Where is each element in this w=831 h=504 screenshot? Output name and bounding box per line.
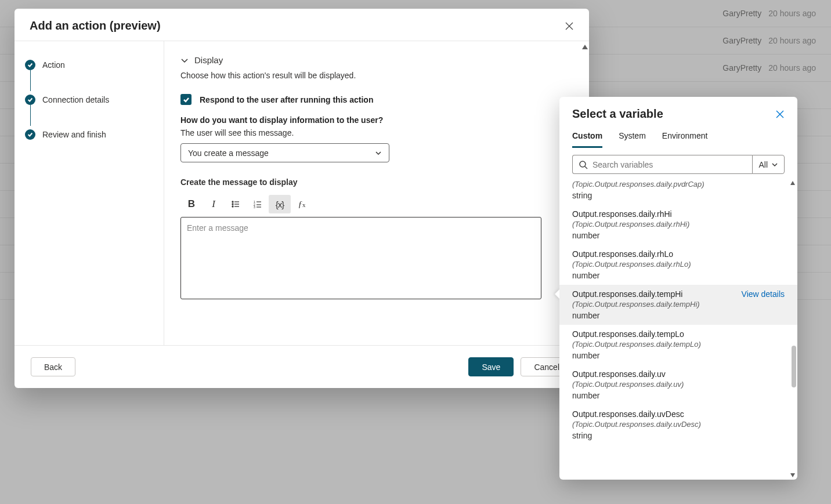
close-icon[interactable]: [565, 21, 574, 31]
bullet-list-button[interactable]: [225, 195, 247, 213]
display-section-toggle[interactable]: Display: [180, 55, 558, 65]
step-review-finish[interactable]: Review and finish: [25, 126, 153, 143]
italic-button[interactable]: I: [203, 195, 225, 213]
check-icon: [25, 129, 35, 140]
svg-point-2: [232, 201, 233, 202]
message-input[interactable]: Enter a message: [180, 217, 541, 299]
dialog-footer: Back Save Cancel: [15, 346, 589, 388]
scroll-up-icon[interactable]: [582, 45, 588, 49]
search-icon: [579, 160, 588, 169]
add-action-dialog: Add an action (preview) Action Connectio…: [15, 9, 589, 388]
search-field[interactable]: [592, 160, 746, 169]
variable-panel-title: Select a variable: [572, 107, 663, 121]
scrollbar-thumb[interactable]: [792, 346, 796, 387]
placeholder-text: Enter a message: [187, 223, 248, 233]
tab-environment[interactable]: Environment: [662, 131, 708, 148]
variable-list[interactable]: (Topic.Output.responses.daily.pvdrCap) s…: [559, 179, 797, 480]
display-question-subtext: The user will see this message.: [180, 128, 558, 137]
numbered-list-button[interactable]: 123: [247, 195, 269, 213]
close-icon[interactable]: [775, 110, 785, 119]
variable-list-item[interactable]: Output.responses.daily.tempHi View detai…: [559, 285, 797, 325]
tab-custom[interactable]: Custom: [572, 131, 602, 148]
check-icon: [25, 95, 35, 105]
variable-list-item[interactable]: Output.responses.daily.uv (Topic.Output.…: [559, 365, 797, 405]
dialog-title: Add an action (preview): [30, 19, 161, 32]
dialog-header: Add an action (preview): [15, 9, 589, 41]
step-action[interactable]: Action: [25, 56, 153, 74]
svg-line-17: [585, 166, 587, 169]
view-details-link[interactable]: View details: [742, 289, 785, 299]
check-icon: [25, 60, 35, 70]
tab-system[interactable]: System: [619, 131, 646, 148]
variable-list-item[interactable]: Output.responses.daily.rhLo (Topic.Outpu…: [559, 245, 797, 285]
variable-list-item-partial[interactable]: (Topic.Output.responses.daily.pvdrCap) s…: [559, 180, 797, 205]
variable-list-item[interactable]: Output.responses.daily.rhHi (Topic.Outpu…: [559, 205, 797, 245]
variable-scope-tabs: Custom System Environment: [559, 131, 797, 148]
variable-list-item[interactable]: Output.responses.daily.tempLo (Topic.Out…: [559, 325, 797, 365]
chevron-down-icon: [180, 56, 189, 64]
bold-button[interactable]: B: [180, 195, 203, 213]
select-value: You create a message: [188, 148, 269, 158]
svg-point-16: [580, 161, 586, 167]
display-mode-select[interactable]: You create a message: [180, 143, 389, 162]
chevron-down-icon: [771, 161, 778, 168]
chevron-down-icon: [375, 150, 382, 157]
section-description: Choose how this action's result will be …: [180, 71, 558, 80]
editor-toolbar: B I 123 {x} ƒx: [180, 195, 558, 213]
dialog-main-panel: Display Choose how this action's result …: [164, 41, 589, 345]
step-connection-details[interactable]: Connection details: [25, 91, 153, 108]
svg-text:3: 3: [254, 205, 255, 209]
save-button[interactable]: Save: [468, 357, 514, 376]
insert-variable-button[interactable]: {x}: [269, 195, 291, 213]
create-message-label: Create the message to display: [180, 177, 558, 187]
respond-checkbox[interactable]: [180, 94, 192, 105]
variable-type-filter[interactable]: All: [752, 155, 785, 174]
formula-button[interactable]: ƒx: [291, 195, 313, 213]
respond-checkbox-label: Respond to the user after running this a…: [200, 95, 373, 104]
variable-list-item[interactable]: Output.responses.daily.uvDesc (Topic.Out…: [559, 405, 797, 445]
scroll-down-icon[interactable]: [790, 473, 795, 477]
wizard-steps-sidebar: Action Connection details Review and fin…: [15, 41, 164, 345]
svg-point-4: [232, 204, 233, 205]
search-input[interactable]: [572, 155, 752, 174]
display-question-label: How do you want to display information t…: [180, 115, 558, 125]
select-variable-panel: Select a variable Custom System Environm…: [559, 97, 797, 480]
svg-point-6: [232, 206, 233, 207]
back-button[interactable]: Back: [31, 357, 75, 376]
